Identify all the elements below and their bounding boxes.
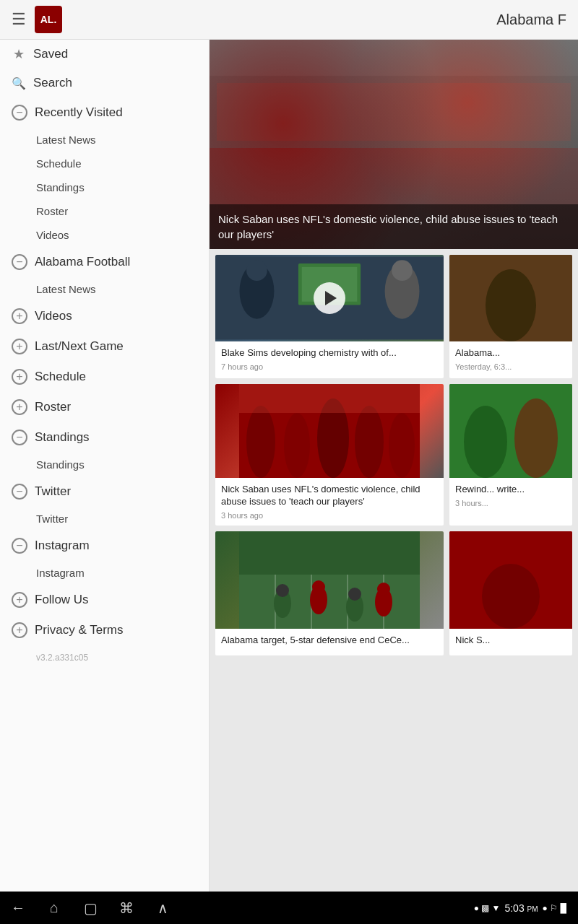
svg-point-10 [392, 260, 413, 281]
svg-point-18 [389, 413, 415, 478]
news-title-1: Nick Saban uses NFL's domestic violence,… [221, 484, 438, 508]
video-title-2: Alabama... [455, 347, 566, 359]
svg-point-15 [284, 413, 310, 478]
sub-item-videos[interactable]: Videos [0, 223, 209, 247]
news-row: Nick Saban uses NFL's domestic violence,… [215, 384, 572, 526]
svg-rect-2 [217, 83, 571, 141]
expand-last-next-icon: + [12, 339, 27, 354]
follow-us-label: Follow Us [35, 593, 89, 607]
collapse-icon: − [12, 105, 27, 121]
article-title-1: Alabama target, 5-star defensive end CeC… [221, 635, 438, 647]
article-info-1: Alabama target, 5-star defensive end CeC… [215, 629, 444, 655]
page-title: Alabama F [496, 12, 566, 28]
video-thumb-2 [449, 255, 572, 341]
sub-item-schedule[interactable]: Schedule [0, 152, 209, 175]
sub-item-twitter[interactable]: Twitter [0, 507, 209, 531]
sidebar: ★ Saved 🔍 Search − Recently Visited Late… [0, 40, 210, 892]
expand-privacy-icon: + [12, 622, 27, 638]
section-last-next-game[interactable]: + Last/Next Game [0, 331, 209, 362]
status-bar: ● ▩ ▼ 5:03 PM ● ⚐ █ [474, 902, 578, 914]
news-card-2[interactable]: Rewind... write... 3 hours... [449, 384, 572, 526]
svg-rect-24 [239, 575, 420, 629]
video-thumb-1 [215, 255, 444, 341]
svg-point-9 [246, 260, 267, 281]
article-info-2: Nick S... [449, 629, 572, 655]
section-standings[interactable]: − Standings [0, 422, 209, 453]
section-videos[interactable]: + Videos [0, 301, 209, 331]
sub-item-standings[interactable]: Standings [0, 453, 209, 476]
hero-image-container[interactable]: Nick Saban uses NFL's domestic violence,… [210, 40, 578, 249]
status-time: 5:03 PM [504, 902, 538, 914]
sub-item-roster[interactable]: Roster [0, 199, 209, 223]
collapse-twitter-icon: − [12, 484, 27, 500]
video-time-2: Yesterday, 6:3... [455, 362, 566, 371]
sub-item-latest-news[interactable]: Latest News [0, 128, 209, 152]
section-alabama-football[interactable]: − Alabama Football [0, 247, 209, 277]
section-privacy-terms[interactable]: + Privacy & Terms [0, 615, 209, 645]
sub-item-instagram[interactable]: Instagram [0, 561, 209, 585]
sidebar-item-search[interactable]: 🔍 Search [0, 69, 209, 97]
version-label: v3.2.a331c05 [0, 645, 209, 670]
recently-visited-label: Recently Visited [35, 105, 123, 120]
news-time-1: 3 hours ago [221, 511, 438, 520]
grid-button[interactable]: ⌘ [108, 894, 144, 923]
svg-rect-19 [239, 384, 420, 413]
videos-label: Videos [35, 309, 72, 323]
news-info-1: Nick Saban uses NFL's domestic violence,… [215, 478, 444, 526]
sub-item-standings[interactable]: Standings [0, 175, 209, 199]
section-recently-visited[interactable]: − Recently Visited [0, 97, 209, 128]
article-image-svg-1 [215, 531, 444, 629]
sidebar-item-saved[interactable]: ★ Saved [0, 40, 209, 69]
star-icon: ★ [12, 47, 26, 61]
video-time-1: 7 hours ago [221, 362, 438, 371]
collapse-instagram-icon: − [12, 538, 27, 554]
connectivity-icons: ● ⚐ █ [543, 903, 566, 913]
top-bar: ☰ AL. Alabama F [0, 0, 578, 40]
menu-icon[interactable]: ☰ [12, 10, 26, 29]
article-image-svg-2 [449, 531, 572, 629]
svg-point-17 [355, 406, 384, 478]
hero-title: Nick Saban uses NFL's domestic violence,… [218, 212, 569, 242]
section-instagram[interactable]: − Instagram [0, 531, 209, 561]
article-card-2[interactable]: Nick S... [449, 531, 572, 655]
back-button[interactable]: ← [0, 894, 36, 923]
news-card-1[interactable]: Nick Saban uses NFL's domestic violence,… [215, 384, 444, 526]
top-bar-left: ☰ AL. [12, 6, 62, 33]
article-image-1 [215, 531, 444, 629]
svg-point-34 [312, 580, 325, 593]
news-image-svg-1 [215, 384, 444, 478]
article-image-2 [449, 531, 572, 629]
expand-videos-icon: + [12, 308, 27, 324]
standings-section-label: Standings [35, 430, 90, 445]
news-time-2: 3 hours... [455, 499, 566, 507]
home-button[interactable]: ⌂ [36, 894, 72, 923]
roster-label: Roster [35, 400, 71, 414]
twitter-section-label: Twitter [35, 484, 71, 499]
video-card-1[interactable]: Blake Sims developing chemistry with of.… [215, 255, 444, 378]
article-title-2: Nick S... [455, 635, 566, 647]
svg-point-22 [514, 398, 558, 478]
news-title-2: Rewind... write... [455, 484, 566, 496]
video-title-1: Blake Sims developing chemistry with of.… [221, 347, 438, 359]
section-twitter[interactable]: − Twitter [0, 476, 209, 507]
play-button-1[interactable] [314, 282, 345, 314]
instagram-section-label: Instagram [35, 539, 90, 553]
up-button[interactable]: ∧ [144, 894, 181, 923]
svg-point-33 [276, 584, 289, 597]
article-card-1[interactable]: Alabama target, 5-star defensive end CeC… [215, 531, 444, 655]
section-roster[interactable]: + Roster [0, 392, 209, 422]
svg-rect-3 [210, 40, 578, 76]
play-triangle-1 [325, 291, 337, 305]
svg-point-12 [486, 269, 536, 341]
sub-item-alabama-latest-news[interactable]: Latest News [0, 277, 209, 301]
status-icons: ● ▩ ▼ [474, 903, 501, 913]
expand-schedule-icon: + [12, 369, 27, 385]
article-row: Alabama target, 5-star defensive end CeC… [215, 531, 572, 655]
news-info-2: Rewind... write... 3 hours... [449, 478, 572, 513]
section-schedule[interactable]: + Schedule [0, 362, 209, 392]
saved-label: Saved [33, 47, 68, 61]
recents-button[interactable]: ▢ [72, 894, 108, 923]
hero-overlay: Nick Saban uses NFL's domestic violence,… [210, 204, 578, 249]
section-follow-us[interactable]: + Follow Us [0, 585, 209, 615]
video-card-2[interactable]: Alabama... Yesterday, 6:3... [449, 255, 572, 378]
